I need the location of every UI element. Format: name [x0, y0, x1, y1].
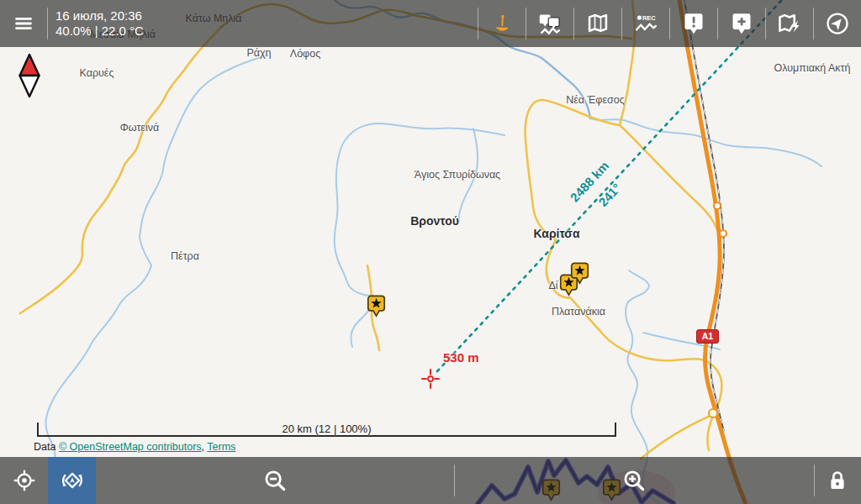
hamburger-icon [13, 13, 34, 34]
map-icon [586, 12, 610, 35]
map-orientation-icon [60, 468, 85, 493]
map-quick-action-button[interactable] [765, 0, 813, 47]
map-place-label: Λόφος [290, 48, 320, 60]
map-place-label: Βροντού [410, 214, 459, 228]
markers-track-button[interactable] [526, 0, 573, 47]
zoom-in-icon [621, 468, 647, 493]
pin-plus-icon [730, 12, 753, 35]
record-track-button[interactable]: REC [621, 0, 669, 47]
pin-exclamation-icon [682, 12, 705, 35]
zoom-out-icon [262, 468, 288, 493]
svg-text:REC: REC [642, 14, 655, 22]
map-attribution: Data © OpenStreetMap contributors, Terms [34, 441, 235, 453]
add-pin-button[interactable] [717, 0, 765, 47]
map-place-label: Πέτρα [171, 250, 199, 262]
compass-north-indicator[interactable] [17, 52, 42, 99]
my-location-icon [13, 469, 36, 492]
map-place-label: Δί [548, 280, 557, 291]
target-elevation-label: 530 m [443, 350, 479, 365]
map-scale-bar: 20 km (12 | 100%) [37, 423, 616, 437]
report-pin-button[interactable] [669, 0, 717, 47]
status-widget[interactable]: 16 июля, 20:36 40.0% | 22.0 °C [47, 0, 152, 47]
navigation-arrow-icon [825, 11, 850, 36]
battery-temperature-text: 40.0% | 22.0 °C [55, 24, 144, 39]
motorway-a1 [679, 0, 746, 504]
map-source-button[interactable] [573, 0, 621, 47]
record-track-icon: REC [633, 12, 658, 35]
roads-secondary [20, 0, 721, 459]
map-canvas[interactable]: Κάτω ΜηλιάΜεσαία ΜηλιάΚαρυέςΡάχηΛόφοςΦωτ… [0, 0, 861, 504]
screen-lock-button[interactable] [814, 457, 861, 504]
map-place-label: Πλατανάκια [552, 306, 605, 318]
terms-link[interactable]: Terms [207, 441, 235, 453]
bottom-bar [0, 457, 861, 504]
map-place-label: Νέα Έφεσος [566, 94, 624, 106]
zoom-out-button[interactable] [96, 457, 454, 504]
road-shield-a1: A1 [696, 329, 719, 344]
top-bar: 16 июля, 20:36 40.0% | 22.0 °C [0, 0, 861, 47]
lock-icon [826, 469, 849, 492]
satellite-dish-icon [490, 12, 514, 35]
map-place-label: Καρυές [80, 67, 114, 79]
favorite-star-marker[interactable] [570, 262, 589, 285]
navigate-button[interactable] [813, 0, 861, 47]
map-orientation-button[interactable] [48, 457, 96, 504]
favorite-star-marker[interactable] [367, 295, 386, 318]
datetime-text: 16 июля, 20:36 [55, 8, 142, 24]
zoom-in-button[interactable] [454, 457, 814, 504]
markers-with-track-icon [538, 12, 562, 35]
star-pin-icon [570, 262, 589, 285]
menu-button[interactable] [0, 0, 47, 47]
map-place-label: Ολυμπιακή Ακτή [774, 62, 851, 74]
map-place-label: Φωτεινά [120, 122, 159, 134]
map-lightning-icon [777, 12, 802, 35]
app-screen: Κάτω ΜηλιάΜεσαία ΜηλιάΚαρυέςΡάχηΛόφοςΦωτ… [0, 0, 861, 504]
target-crosshair-icon [419, 367, 442, 391]
osm-contributors-link[interactable]: © OpenStreetMap contributors [59, 441, 202, 453]
map-place-label: Ράχη [246, 47, 271, 59]
map-place-label: Άγιος Σπυρίδωνας [415, 169, 500, 181]
map-scale-label: 20 km (12 | 100%) [39, 423, 615, 435]
my-location-button[interactable] [0, 457, 48, 504]
satellite-status-button[interactable] [478, 0, 526, 47]
map-place-label: Καρίτσα [534, 227, 580, 240]
star-pin-icon [367, 295, 386, 318]
